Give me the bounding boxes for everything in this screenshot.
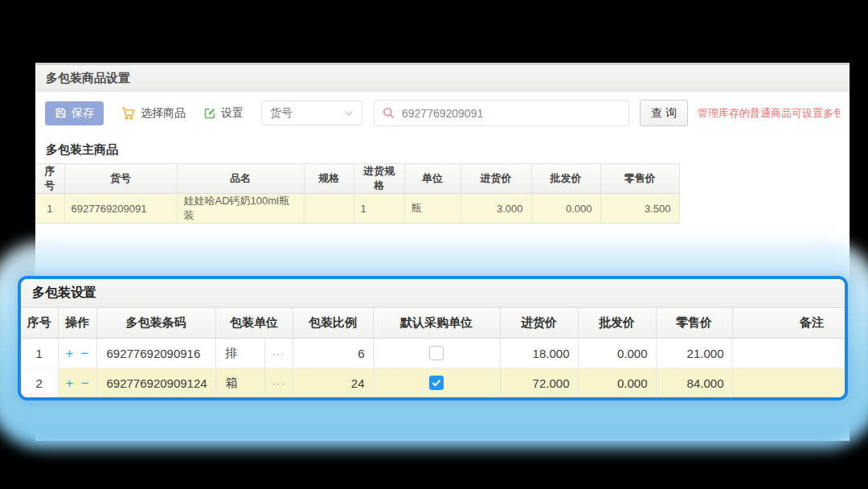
- cell-seq: 2: [21, 368, 58, 398]
- panel-table-header-row: 序号 操作 多包装条码 包装单位 包装比例 默认采购单位 进货价 批发价 零售价…: [21, 308, 845, 339]
- cell-name: 娃娃哈AD钙奶100ml瓶装: [177, 194, 304, 224]
- filter-field-value: 货号: [270, 106, 293, 121]
- default-purchase-checkbox[interactable]: [429, 346, 444, 360]
- column-header-purchase-price: 进货价: [461, 164, 531, 194]
- table-row[interactable]: 1 + − 69277692090916 排 ··· 6: [21, 339, 845, 368]
- cell-package-unit: 箱 ···: [215, 368, 293, 398]
- main-product-table: 序号 货号 品名 规格 进货规格 单位 进货价 批发价 零售价 1 692776…: [35, 163, 680, 224]
- column-header-seq: 序号: [21, 308, 58, 339]
- page-title: 多包装商品设置: [35, 65, 850, 92]
- save-button[interactable]: 保存: [45, 101, 104, 125]
- cell-actions: + −: [58, 339, 96, 368]
- query-button[interactable]: 查 询: [640, 100, 688, 126]
- add-row-button[interactable]: +: [66, 376, 74, 390]
- save-icon: [55, 107, 67, 119]
- cell-unit: 瓶: [404, 194, 461, 224]
- cell-purchase-spec: 1: [354, 194, 404, 224]
- column-header-seq: 序号: [35, 164, 64, 194]
- column-header-retail-price: 零售价: [656, 308, 732, 339]
- multi-package-table: 序号 操作 多包装条码 包装单位 包装比例 默认采购单位 进货价 批发价 零售价…: [21, 308, 845, 397]
- cell-wholesale-price: 0.000: [578, 339, 656, 368]
- cell-retail-price: 3.500: [600, 194, 679, 224]
- cell-wholesale-price: 0.000: [531, 194, 600, 224]
- cell-actions: + −: [58, 368, 96, 398]
- search-box[interactable]: [374, 100, 629, 126]
- column-header-actions: 操作: [58, 308, 96, 339]
- column-header-package-unit: 包装单位: [215, 308, 293, 339]
- filter-field-select[interactable]: 货号: [261, 101, 362, 125]
- column-header-unit: 单位: [404, 164, 461, 194]
- column-header-retail-price: 零售价: [600, 164, 679, 194]
- hint-text: 管理库存的普通商品可设置多包装，: [698, 106, 840, 121]
- main-table-header-row: 序号 货号 品名 规格 进货规格 单位 进货价 批发价 零售价: [35, 164, 679, 194]
- cell-seq: 1: [21, 339, 58, 368]
- column-header-default-purchase-unit: 默认采购单位: [373, 308, 500, 339]
- default-purchase-checkbox[interactable]: [429, 376, 444, 390]
- cell-note: [732, 368, 845, 398]
- cell-seq: 1: [35, 194, 64, 224]
- column-header-spec: 规格: [304, 164, 354, 194]
- cell-spec: [304, 194, 354, 224]
- remove-row-button[interactable]: −: [81, 376, 89, 390]
- cell-purchase-price: 72.000: [500, 368, 578, 398]
- cell-barcode: 692776920909124: [96, 368, 215, 398]
- search-input[interactable]: [400, 106, 620, 121]
- package-unit-value: 箱: [216, 368, 264, 397]
- cell-package-unit: 排 ···: [215, 339, 293, 368]
- cell-default-purchase: [373, 368, 500, 398]
- column-header-note: 备注: [732, 308, 845, 339]
- edit-icon: [203, 107, 216, 120]
- table-row[interactable]: 2 + − 692776920909124 箱 ··· 24: [21, 368, 845, 398]
- column-header-package-ratio: 包装比例: [293, 308, 373, 339]
- chevron-down-icon: [344, 110, 354, 117]
- save-button-label: 保存: [72, 106, 94, 121]
- cell-package-ratio: 24: [293, 368, 373, 398]
- cell-purchase-price: 18.000: [500, 339, 578, 368]
- toolbar: 保存 选择商品 设置 货号 查 询: [35, 92, 850, 134]
- column-header-purchase-price: 进货价: [500, 308, 578, 339]
- column-header-wholesale-price: 批发价: [578, 308, 656, 339]
- package-unit-value: 排: [216, 339, 264, 368]
- multi-package-panel: 多包装设置 序号 操作 多包装条码 包装单位 包装比例 默认采购单位 进货价 批…: [18, 276, 848, 401]
- column-header-name: 品名: [177, 164, 304, 194]
- cell-barcode: 69277692090916: [96, 339, 215, 368]
- check-icon: [432, 379, 441, 387]
- column-header-purchase-spec: 进货规格: [354, 164, 404, 194]
- column-header-wholesale-price: 批发价: [531, 164, 600, 194]
- cell-package-ratio: 6: [293, 339, 373, 368]
- cell-retail-price: 21.000: [656, 339, 732, 368]
- column-header-barcode: 多包装条码: [96, 308, 215, 339]
- add-row-button[interactable]: +: [66, 347, 74, 360]
- more-options-button[interactable]: ···: [264, 368, 293, 397]
- page-title-text: 多包装商品设置: [46, 71, 130, 86]
- panel-title: 多包装设置: [21, 279, 845, 308]
- more-options-button[interactable]: ···: [264, 339, 293, 368]
- settings-label: 设置: [221, 106, 244, 121]
- cell-default-purchase: [373, 339, 500, 368]
- cell-retail-price: 84.000: [656, 368, 732, 398]
- select-product-button[interactable]: 选择商品: [121, 106, 186, 121]
- remove-row-button[interactable]: −: [81, 347, 89, 360]
- cell-note: [732, 339, 845, 368]
- main-section-title: 多包装主商品: [35, 134, 850, 163]
- settings-button[interactable]: 设置: [203, 106, 244, 121]
- search-icon: [383, 107, 395, 119]
- cell-wholesale-price: 0.000: [578, 368, 656, 398]
- column-header-item-no: 货号: [64, 164, 177, 194]
- cell-purchase-price: 3.000: [461, 194, 531, 224]
- cell-item-no: 6927769209091: [64, 194, 177, 224]
- select-product-label: 选择商品: [141, 106, 186, 121]
- table-row[interactable]: 1 6927769209091 娃娃哈AD钙奶100ml瓶装 1 瓶 3.000…: [35, 194, 679, 224]
- cart-icon: [121, 107, 136, 120]
